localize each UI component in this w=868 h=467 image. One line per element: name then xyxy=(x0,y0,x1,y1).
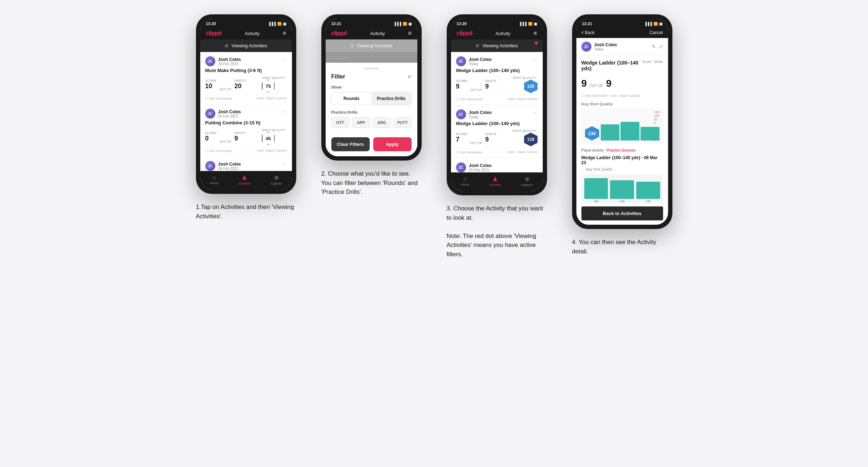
user-date-1-2: 28 Feb 2023 xyxy=(218,114,241,118)
card-3-1[interactable]: JC Josh Coles Today ··· Wedge Ladder (10… xyxy=(451,52,543,105)
drill-putt[interactable]: PUTT xyxy=(394,117,412,128)
viewing-bar-3[interactable]: ⚙ Viewing Activities xyxy=(451,39,543,52)
nav-activities-3[interactable]: ♟ Activities xyxy=(489,176,502,187)
drill-app[interactable]: APP xyxy=(352,117,370,128)
phone-3-screen: 13:20 ▐▐▐ 🛜 ▣ clippd Activity ≡ ⚙ Viewin… xyxy=(451,19,543,191)
user-info-1-1: JC Josh Coles 28 Feb 2023 xyxy=(205,56,241,66)
sq-badge-3-2: 118 xyxy=(524,133,538,146)
nav-activities-1[interactable]: ♟ Activities xyxy=(238,174,251,185)
user-details-1-3: Josh Coles 28 Feb 2023 xyxy=(218,162,241,171)
card-1-2[interactable]: JC Josh Coles 28 Feb 2023 ··· Putting Co… xyxy=(200,104,292,157)
bar-chart-4: 132 129 124 xyxy=(581,174,663,203)
stats-row-3-2: Score 7 OUT OF Shots 9 Shot Quality 118 xyxy=(456,129,538,146)
card-footer-1-2: ⓘ Test Information Data: Clippd Capture xyxy=(205,147,287,153)
back-to-activities-button[interactable]: Back to Activities xyxy=(581,206,663,220)
nav-home-1[interactable]: ⌂ Home xyxy=(210,174,219,185)
step-2-text: 2. Choose what you'd like to see. You ca… xyxy=(321,169,422,197)
menu-icon-3[interactable]: ≡ xyxy=(533,30,537,37)
filter-handle xyxy=(364,68,379,69)
player-activity-link-4[interactable]: Practice Session xyxy=(607,148,636,152)
status-icons-1: ▐▐▐ 🛜 ▣ xyxy=(268,22,286,26)
menu-icon-1[interactable]: ≡ xyxy=(283,30,286,37)
stats-row-3-1: Score 9 OUT OF Shots 9 Shot Quality 130 xyxy=(456,76,538,93)
more-dots-1-2[interactable]: ··· xyxy=(283,109,287,114)
viewing-bar-text-1: Viewing Activities xyxy=(231,43,267,48)
time-1: 13:20 xyxy=(206,22,216,26)
card-3-3[interactable]: JC Josh Coles 28 Feb 2023 xyxy=(451,158,543,172)
app-header-1: clippd Activity ≡ xyxy=(200,27,292,39)
rounds-toggle[interactable]: Rounds xyxy=(332,92,371,105)
menu-icon-2[interactable]: ≡ xyxy=(408,30,411,37)
user-date-4: Today xyxy=(594,47,617,51)
backdrop-2: Josh Coles xyxy=(326,52,417,63)
bar-col-2: 129 xyxy=(610,180,634,203)
detail-header-4: < Back Cancel xyxy=(576,27,668,38)
stats-row-1-1: Score 10 OUT OF Shots 20 Shot Quality 75 xyxy=(205,76,287,92)
card-1-3[interactable]: JC Josh Coles 28 Feb 2023 ··· xyxy=(200,157,292,171)
nav-capture-icon-1: ⊕ xyxy=(274,174,279,181)
shots-value-1-2: 9 xyxy=(234,135,245,142)
drill-arg[interactable]: ARG xyxy=(373,117,391,128)
more-dots-1-3[interactable]: ··· xyxy=(283,161,287,167)
out-of-1-2: OUT OF xyxy=(219,140,232,143)
user-date-1-3: 28 Feb 2023 xyxy=(218,167,241,171)
card-3-2[interactable]: JC Josh Coles Today ··· Wedge Ladder (10… xyxy=(451,105,543,158)
footer-left-3-2: ⓘ Test Information xyxy=(456,150,483,155)
bar-fill-1 xyxy=(584,178,608,199)
player-activity-row-4: Player Activity › Practice Session xyxy=(581,148,663,152)
more-dots-3-1[interactable]: ··· xyxy=(533,56,538,62)
sq-right-1-2: Shot Quality 45 xyxy=(262,128,287,145)
edit-icon-4[interactable]: ✎ xyxy=(652,44,656,49)
notch-3 xyxy=(479,14,515,23)
session-subtitle-4: → Avg Shot Quality xyxy=(581,167,663,171)
more-dots-3-2[interactable]: ··· xyxy=(533,109,538,115)
chart-area-4: 130 130 100 50 0 APP xyxy=(581,108,663,144)
phone-2-screen: 13:21 ▐▐▐ 🛜 ▣ clippd Activity ≡ ⚙ Vie xyxy=(326,19,417,156)
nav-activities-label-1: Activities xyxy=(238,182,251,185)
apply-button[interactable]: Apply xyxy=(373,137,412,151)
detail-icons-4: ✎ ⤢ xyxy=(652,44,663,49)
cancel-button-4[interactable]: Cancel xyxy=(649,30,663,35)
header-title-2: Activity xyxy=(370,31,385,36)
more-dots-1-1[interactable]: ··· xyxy=(283,56,287,62)
footer-right-1-1: Data: Clippd Capture xyxy=(256,96,287,101)
shots-group-3-2: Shots 9 xyxy=(485,132,496,143)
battery-icon-2: ▣ xyxy=(408,22,412,26)
nav-home-3[interactable]: ⌂ Home xyxy=(461,176,469,187)
step-1-text: 1.Tap on Activities and then 'Viewing Ac… xyxy=(196,202,296,221)
back-button-4[interactable]: < Back xyxy=(581,30,595,35)
bar-val-2: 129 xyxy=(620,200,624,203)
practice-drills-toggle[interactable]: Practice Drills xyxy=(371,92,411,105)
viewing-bar-1[interactable]: ⚙ Viewing Activities xyxy=(200,39,292,52)
wifi-icon-4: 🛜 xyxy=(653,22,658,26)
card-header-3-1: JC Josh Coles Today ··· xyxy=(456,56,538,66)
drill-group: OTT APP ARG PUTT xyxy=(331,117,412,128)
nav-activities-icon-1: ♟ xyxy=(242,174,247,181)
bar-col-1: 132 xyxy=(584,178,608,203)
expand-icon-4[interactable]: ⤢ xyxy=(659,44,663,49)
user-name-3-2: Josh Coles xyxy=(469,110,492,115)
avatar-3-1: JC xyxy=(456,56,466,66)
score-group-1-1: Score 10 xyxy=(205,79,217,90)
shots-group-3-1: Shots 9 xyxy=(485,79,496,90)
score-group-3-2: Score 7 xyxy=(456,132,467,143)
step-4-column: 13:21 ▐▐▐ 🛜 ▣ < Back Cancel JC xyxy=(565,14,680,256)
card-1-1[interactable]: JC Josh Coles 28 Feb 2023 ··· Must Make … xyxy=(200,52,292,104)
user-details-1-2: Josh Coles 28 Feb 2023 xyxy=(218,109,241,118)
status-icons-4: ▐▐▐ 🛜 ▣ xyxy=(644,22,662,26)
drill-ott[interactable]: OTT xyxy=(331,117,349,128)
notch-4 xyxy=(604,14,640,23)
bar-col-3: 124 xyxy=(636,182,660,203)
close-button[interactable]: ✕ xyxy=(407,74,412,80)
nav-capture-3[interactable]: ⊕ Capture xyxy=(521,176,533,187)
chart-hex-4: 130 xyxy=(585,126,599,140)
card-header-1-3: JC Josh Coles 28 Feb 2023 ··· xyxy=(205,161,287,171)
bar-fill-2 xyxy=(610,180,634,199)
phone-4: 13:21 ▐▐▐ 🛜 ▣ < Back Cancel JC xyxy=(572,14,672,229)
step-1-column: 13:20 ▐▐▐ 🛜 ▣ clippd Activity ≡ ⚙ Vie xyxy=(189,14,303,221)
app-header-3: clippd Activity ≡ xyxy=(451,27,543,39)
avatar-1-3: JC xyxy=(205,161,215,171)
nav-capture-1[interactable]: ⊕ Capture xyxy=(270,174,282,185)
red-dot-3 xyxy=(535,42,538,44)
clear-filters-button[interactable]: Clear Filters xyxy=(331,137,370,151)
